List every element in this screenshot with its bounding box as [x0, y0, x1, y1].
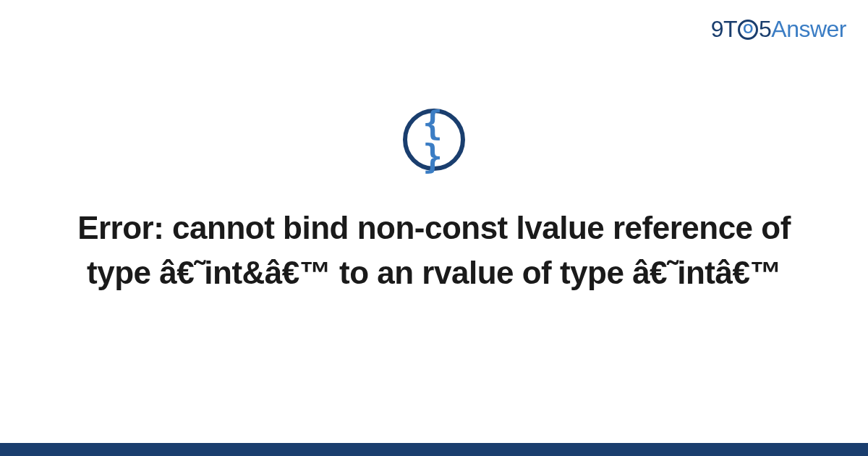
logo-text-9t: 9T	[711, 16, 737, 42]
logo-text-answer: Answer	[771, 16, 846, 42]
brace-glyph: { }	[407, 106, 461, 173]
site-logo: 9TO5Answer	[711, 16, 846, 43]
question-title: Error: cannot bind non-const lvalue refe…	[0, 206, 868, 295]
main-content: { } Error: cannot bind non-const lvalue …	[0, 109, 868, 295]
logo-o-icon: O	[738, 20, 758, 40]
footer-accent-bar	[0, 443, 868, 456]
code-braces-icon: { }	[403, 109, 465, 171]
logo-text-5: 5	[759, 16, 771, 42]
